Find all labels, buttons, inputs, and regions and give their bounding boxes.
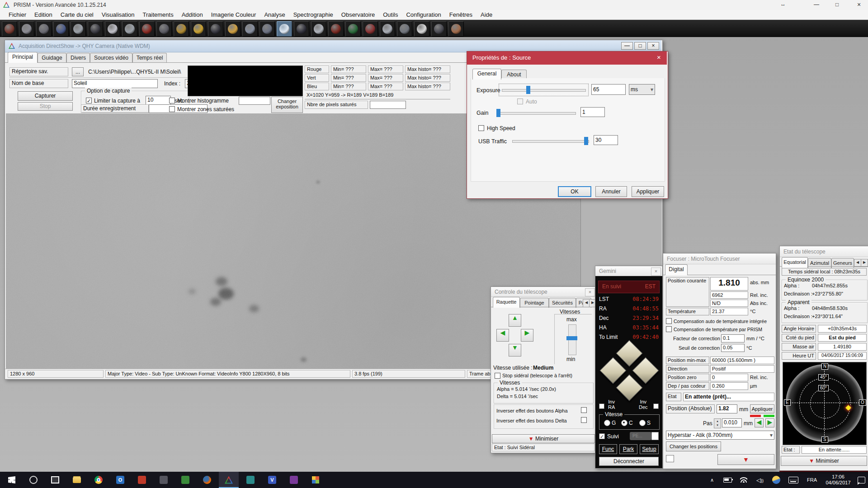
menu-imagerie-couleur[interactable]: Imagerie Couleur bbox=[207, 10, 260, 20]
acq-close-button[interactable]: × bbox=[647, 42, 659, 50]
stop-button[interactable]: Stop bbox=[18, 102, 73, 111]
high-speed-checkbox[interactable] bbox=[478, 125, 484, 131]
inverser-delta-checkbox[interactable] bbox=[581, 417, 587, 423]
focuser-titlebar[interactable]: Focuser : MicroTouch Focuser bbox=[663, 253, 776, 264]
menu-visualisation[interactable]: Visualisation bbox=[98, 10, 139, 20]
droplet-icon[interactable] bbox=[294, 21, 309, 37]
half-moon-icon[interactable] bbox=[105, 21, 120, 37]
acq-restore-button[interactable]: □ bbox=[634, 42, 646, 50]
dialog-tab-general[interactable]: General bbox=[472, 69, 501, 80]
gear-dark-icon[interactable] bbox=[156, 21, 172, 37]
facteur-input[interactable]: 0.1 bbox=[721, 334, 745, 343]
search-icon[interactable] bbox=[24, 472, 43, 488]
gold-sphere-icon[interactable] bbox=[191, 21, 206, 37]
usb-slider-thumb[interactable] bbox=[584, 137, 588, 145]
exposure-slider-thumb[interactable] bbox=[526, 86, 530, 94]
nom-base-input[interactable]: Soleil bbox=[72, 79, 158, 88]
focuser-checkbox[interactable] bbox=[666, 455, 674, 462]
control-minimiser-button[interactable]: ▼ Minimiser bbox=[492, 434, 595, 443]
changer-exposition-button[interactable]: Changer exposition bbox=[271, 97, 303, 113]
menu-addition[interactable]: Addition bbox=[178, 10, 207, 20]
minimize-icon[interactable]: — bbox=[814, 1, 819, 8]
usb-input[interactable]: 30 bbox=[594, 135, 618, 145]
inv-ra-checkbox[interactable] bbox=[599, 404, 604, 409]
comp-prism-checkbox[interactable] bbox=[666, 326, 672, 332]
battery-icon[interactable] bbox=[720, 472, 735, 488]
tray-chevron-icon[interactable]: ∧ bbox=[705, 472, 719, 488]
app-icon-dark[interactable] bbox=[154, 472, 174, 488]
inverser-alpha-checkbox[interactable] bbox=[581, 407, 587, 413]
pe-toggle[interactable]: PE... bbox=[630, 432, 651, 440]
limiter-checkbox[interactable]: ✓ bbox=[86, 98, 92, 103]
func-button[interactable]: Func bbox=[599, 444, 617, 454]
menu-fichier[interactable]: Fichier bbox=[5, 10, 30, 20]
speed-slider-thumb[interactable] bbox=[566, 336, 577, 340]
app-icon-blue-v[interactable]: V bbox=[262, 472, 282, 488]
slew-south-button[interactable]: ▼ bbox=[509, 344, 521, 357]
pas-input[interactable]: 0.010 bbox=[722, 418, 742, 427]
gain-input[interactable]: 1 bbox=[580, 107, 605, 117]
telescope-state-titlebar[interactable]: Etat du télescope bbox=[780, 246, 868, 257]
tab-sources-vid-o[interactable]: Sources vidéo bbox=[90, 53, 132, 63]
step-in-button[interactable]: ▶ bbox=[765, 418, 774, 427]
acquisition-titlebar[interactable]: Acquisition DirectShow -> QHY Camera (Na… bbox=[5, 40, 661, 52]
apply-button[interactable]: Appliquer bbox=[632, 186, 664, 197]
wifi-icon[interactable] bbox=[736, 472, 751, 488]
language-indicator[interactable]: FRA bbox=[803, 472, 821, 488]
action-center-icon[interactable] bbox=[854, 472, 868, 488]
video-camera-icon[interactable] bbox=[277, 21, 292, 37]
exposure-input[interactable]: 65 bbox=[591, 84, 626, 95]
maximize-icon[interactable]: □ bbox=[835, 1, 839, 8]
sun-icon[interactable] bbox=[225, 21, 241, 37]
dark-sphere-icon[interactable] bbox=[88, 21, 103, 37]
gear-gold-icon[interactable] bbox=[174, 21, 189, 37]
slew-north-button[interactable]: ▲ bbox=[509, 314, 521, 327]
vitesse-s-radio[interactable] bbox=[639, 420, 646, 426]
touch-keyboard-icon[interactable] bbox=[785, 472, 802, 488]
link-icon[interactable] bbox=[397, 21, 412, 37]
pe-toggle-knob[interactable] bbox=[651, 432, 659, 440]
app-icon-colors[interactable] bbox=[306, 472, 326, 488]
exposure-slider[interactable] bbox=[499, 84, 588, 96]
dialog-close-icon[interactable]: × bbox=[657, 53, 661, 61]
pen-red-icon[interactable] bbox=[328, 21, 344, 37]
capturer-button[interactable]: Capturer bbox=[18, 91, 73, 101]
slew-east-button[interactable]: ▶ bbox=[521, 329, 533, 342]
pas-stepper[interactable]: ▴▾ bbox=[714, 418, 721, 428]
gemini-close-icon[interactable]: × bbox=[651, 267, 661, 276]
auto-checkbox[interactable] bbox=[517, 99, 523, 104]
telescope-control-titlebar[interactable]: Controle du télescope bbox=[491, 287, 596, 297]
menu-traitements[interactable]: Traitements bbox=[139, 10, 178, 20]
control-tab-raquette[interactable]: Raquette bbox=[493, 297, 520, 308]
comet-icon[interactable] bbox=[259, 21, 275, 37]
magnifier-icon[interactable] bbox=[122, 21, 137, 37]
info-icon[interactable] bbox=[53, 21, 69, 37]
ok-button[interactable]: OK bbox=[558, 186, 591, 197]
menu-aide[interactable]: Aide bbox=[476, 10, 496, 20]
dialog-titlebar[interactable]: Propriétés de : Source × bbox=[467, 52, 667, 65]
gemini-key-down[interactable] bbox=[616, 374, 642, 401]
menu-fen-tres[interactable]: Fenêtres bbox=[445, 10, 476, 20]
tab-principal[interactable]: Principal bbox=[8, 52, 38, 63]
changer-positions-button[interactable]: Changer les positions bbox=[666, 441, 721, 451]
gemini-key-right[interactable] bbox=[632, 357, 659, 384]
focuser-download-button[interactable]: ▼ bbox=[717, 454, 774, 465]
comp-auto-checkbox[interactable] bbox=[666, 318, 672, 324]
step-out-button[interactable]: ◀ bbox=[755, 418, 764, 427]
eraser-icon[interactable] bbox=[71, 21, 86, 37]
flat-gray-icon[interactable] bbox=[414, 21, 429, 37]
control-tab-pointage[interactable]: Pointage bbox=[520, 298, 549, 308]
dark-disc-icon[interactable] bbox=[208, 21, 223, 37]
state-minimiser-button[interactable]: ▼ Minimiser bbox=[781, 456, 867, 466]
menu-carte-du-ciel[interactable]: Carte du ciel bbox=[57, 10, 98, 20]
camera-red-icon[interactable] bbox=[2, 21, 17, 37]
portrait-icon[interactable] bbox=[448, 21, 464, 37]
stop-sideral-checkbox[interactable] bbox=[495, 373, 500, 379]
exposure-unit-select[interactable]: ms ▾ bbox=[629, 84, 655, 95]
state-tab-equatorial[interactable]: Equatorial bbox=[782, 257, 808, 268]
tab-divers[interactable]: Divers bbox=[66, 53, 90, 63]
seuil-input[interactable]: 0.05 bbox=[721, 344, 745, 352]
usb-icon[interactable] bbox=[431, 21, 447, 37]
chrome-icon[interactable] bbox=[89, 472, 108, 488]
app-icon-green[interactable] bbox=[175, 472, 195, 488]
